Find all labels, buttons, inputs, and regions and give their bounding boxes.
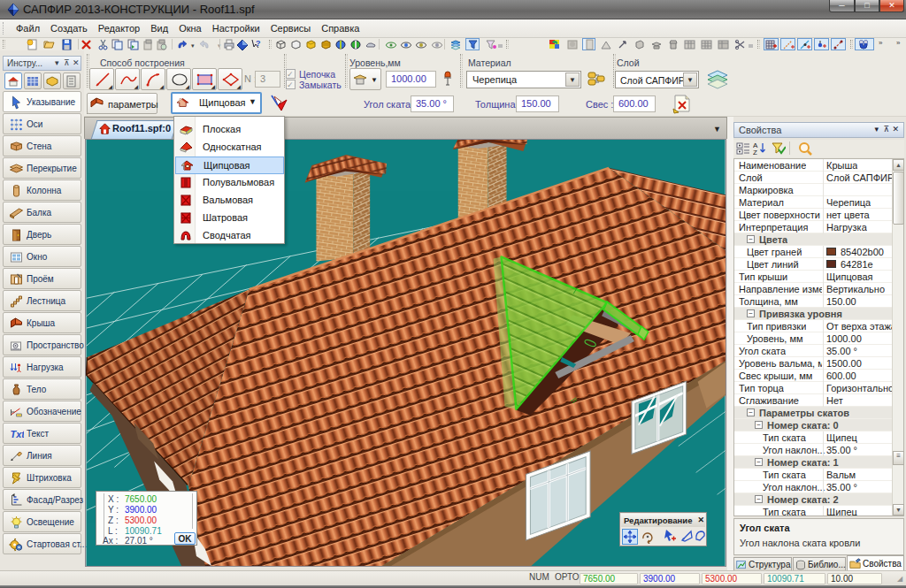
svg-text:?: ? — [256, 39, 261, 48]
svg-text:Txt: Txt — [11, 429, 25, 439]
svg-text:Z: Z — [753, 149, 757, 156]
